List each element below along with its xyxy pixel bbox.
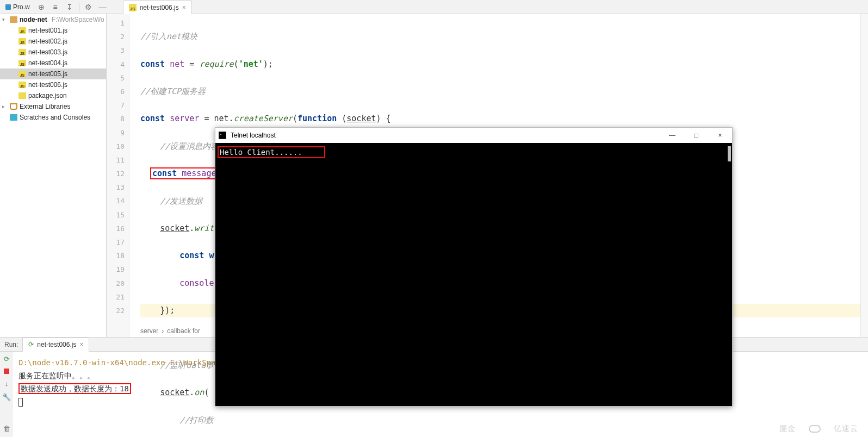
code-l15: //打印数 [179,415,214,425]
t: socket [346,114,376,123]
tree-ext-label: External Libraries [20,103,70,110]
stop-icon[interactable] [4,369,9,374]
t: ( [342,114,346,123]
t: socket [160,388,189,397]
editor-breadcrumbs[interactable]: server › callback for [129,325,200,337]
crumb-sep: › [162,327,164,335]
tree-file[interactable]: JSnet-test002.js [0,36,106,47]
code-l11: }); [160,305,175,315]
tree-file-label: package.json [28,92,67,99]
tree-file-label: net-test001.js [28,27,67,34]
chevron-right-icon[interactable]: ▸ [2,104,8,109]
js-file-icon: JS [18,82,26,88]
js-file-icon: JS [18,71,26,77]
telnet-scrollbar[interactable] [728,146,731,161]
js-file-icon: JS [18,49,26,55]
watermark: 掘金 亿速云 [779,424,858,434]
t: ); [263,59,273,69]
run-side-toolbar: ⟳ ↓ 🔧 🗑 [0,352,13,437]
js-file-icon: JS [18,38,26,45]
tree-file[interactable]: JSnet-test003.js [0,47,106,58]
list-icon[interactable]: ≡ [51,2,60,12]
t: ( [234,59,239,69]
run-tab-close[interactable]: × [79,341,83,348]
t: = [189,59,199,69]
window-minimize[interactable]: — [660,128,684,143]
target-icon[interactable]: ⊕ [36,2,46,12]
tree-file[interactable]: package.json [0,90,106,101]
console-line: 数据发送成功，数据长度为：18 [21,384,129,393]
project-icon [5,4,11,10]
telnet-output[interactable]: Hello Client...... [215,143,732,406]
tree-file[interactable]: JSnet-test004.js [0,58,106,68]
scratch-icon [10,114,17,121]
tree-ext-lib[interactable]: ▸External Libraries [0,101,106,112]
trash-icon[interactable]: 🗑 [3,424,10,433]
tree-file[interactable]: JSnet-test006.js [0,79,106,90]
t: net [170,59,189,69]
folder-icon [10,16,17,23]
highlight-box-2: 数据发送成功，数据长度为：18 [18,383,131,394]
tree-file[interactable]: JSnet-test001.js [0,25,106,36]
cursor [18,398,23,407]
t: = net. [204,114,233,123]
project-tree: ▾ node-net F:\WorkSpace\Wo JSnet-test001… [0,14,107,337]
window-close[interactable]: × [708,128,732,143]
tree-file-label: net-test004.js [28,59,67,67]
t: . [189,388,194,397]
t: const [152,168,182,178]
wrench-icon[interactable]: 🔧 [2,393,11,401]
chevron-down-icon[interactable]: ▾ [2,17,8,22]
t: function [297,114,342,123]
t: ( [293,114,297,123]
js-file-icon: JS [18,60,26,66]
gear-icon[interactable]: ⚙ [84,2,94,12]
project-label: Pro.w [13,3,30,11]
minimize-icon[interactable]: — [98,2,108,12]
crumb-a[interactable]: server [140,327,158,335]
code-l7: //发送数据 [160,196,202,206]
tree-file-label: net-test002.js [28,38,67,45]
editor-tab[interactable]: JS net-test006.js × [123,1,192,15]
project-crumb[interactable]: Pro.w [3,3,32,11]
telnet-titlebar[interactable]: Telnet localhost — □ × [215,128,732,143]
code-l9: const w [179,251,214,260]
js-file-icon: JS [129,4,137,11]
right-gutter [860,14,868,337]
down-icon[interactable]: ↓ [5,379,9,388]
t: createServer [234,114,293,123]
js-file-icon: JS [18,27,26,34]
main-toolbar: Pro.w ⊕ ≡ ↧ ⚙ — JS net-test006.js × [0,0,868,14]
editor-tab-close[interactable]: × [182,4,186,11]
telnet-line: Hello Client...... [220,148,302,157]
t: ( [204,388,209,397]
tree-root[interactable]: ▾ node-net F:\WorkSpace\Wo [0,14,106,25]
rerun-icon[interactable]: ⟳ [4,355,10,363]
tree-scratch[interactable]: Scratches and Consoles [0,112,106,123]
code-l5: //设置消息内容 [160,141,219,151]
json-file-icon [18,92,26,99]
watermark-icon [809,425,821,433]
code-l10: console [179,278,214,288]
code-l13: //监听data事 [160,360,214,370]
toolbar-separator [79,3,79,11]
library-icon [10,103,17,110]
crumb-b[interactable]: callback for [167,327,200,335]
tree-file-label: net-test005.js [28,70,67,78]
tree-file-selected[interactable]: JSnet-test005.js [0,68,106,79]
telnet-title-text: Telnet localhost [231,132,276,139]
tree-root-path: F:\WorkSpace\Wo [52,16,104,23]
run-label: Run: [0,341,22,348]
t: . [189,223,194,233]
run-tab[interactable]: ⟳ net-test006.js × [22,338,89,352]
code-l1: //引入net模块 [140,32,197,41]
tree-file-label: net-test006.js [28,81,67,89]
t: require [199,59,233,69]
tree-file-label: net-test003.js [28,48,67,56]
watermark-a: 掘金 [779,424,796,434]
tree-root-name: node-net [20,16,47,23]
collapse-icon[interactable]: ↧ [65,2,75,12]
window-maximize[interactable]: □ [684,128,708,143]
watermark-b: 亿速云 [834,424,858,434]
telnet-window[interactable]: Telnet localhost — □ × Hello Client.....… [215,127,733,407]
